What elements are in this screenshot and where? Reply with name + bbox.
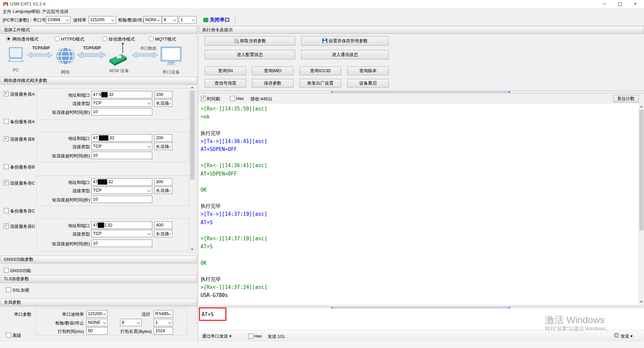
command-button[interactable]: 查询ICCID (300, 66, 341, 75)
server-port-input[interactable]: 400 (154, 221, 172, 229)
server-port-input[interactable]: 200 (154, 134, 172, 142)
node-label-pc: PC (13, 67, 19, 72)
backup-server-checkbox[interactable] (4, 119, 9, 124)
connection-type-select[interactable]: TCP (91, 143, 152, 150)
scroll-down-icon[interactable] (639, 299, 644, 304)
windows-activation-watermark-sub: 转到"设置"以激活 Windows。 (545, 326, 611, 332)
server-enable-checkbox[interactable] (4, 223, 9, 229)
scrollbar-thumb[interactable] (639, 110, 644, 231)
databits-select[interactable]: 8 (162, 16, 178, 23)
send-button[interactable]: 发送 ▾ (621, 333, 633, 339)
timestamp-checkbox[interactable] (201, 96, 206, 101)
keepalive-select[interactable]: 长连接 (154, 143, 172, 150)
keepalive-select[interactable]: 长连接 (154, 230, 172, 237)
command-button[interactable]: 进入通讯状态 (301, 50, 389, 59)
log-line: AT+S (201, 244, 637, 252)
maximize-icon (618, 2, 622, 6)
reset-count-button[interactable]: 复位计数 (613, 95, 639, 102)
log-line (201, 268, 637, 276)
send-hex-checkbox[interactable] (248, 334, 253, 339)
server-field-input[interactable]: 10 (91, 152, 152, 159)
menu-item-file[interactable]: 文件 (3, 9, 11, 15)
connection-type-select[interactable]: TCP (91, 187, 152, 194)
scroll-up-icon[interactable] (190, 85, 195, 90)
command-button[interactable]: 查询SN (205, 66, 246, 75)
stopbits-select[interactable]: 1 (179, 16, 197, 23)
server-port-input[interactable]: 100 (154, 91, 172, 98)
log-line: >[Rx<-][14:36:41][asc] (201, 162, 637, 170)
serial-stopbits-select[interactable]: 1 (154, 319, 173, 326)
log-output[interactable]: >[Rx<-][14:35:59][asc]+ok 执行完毕>[Tx->][14… (199, 104, 639, 305)
serial-databits-select[interactable]: 8 (120, 319, 142, 326)
log-line: >[Tx->][14:37:19][asc] (201, 211, 637, 219)
command-button[interactable]: 查询版本 (347, 66, 389, 75)
window-title: USR-CAT1 V1.2.4 (10, 1, 45, 6)
backup-server-label: 备份服务器C (10, 208, 35, 214)
ssl-checkbox[interactable] (6, 287, 11, 292)
maximize-button[interactable] (612, 0, 628, 8)
command-button[interactable]: 查询IMEI (252, 66, 293, 75)
server-field-input[interactable]: 47.███.32 (91, 134, 152, 142)
pack-length-input[interactable]: 1024 (154, 327, 173, 335)
com-port-select[interactable]: COM4 (46, 16, 70, 23)
close-button[interactable]: × (628, 0, 643, 8)
work-mode-radio[interactable] (6, 36, 11, 41)
command-button[interactable]: 保存参数 (252, 79, 293, 88)
server-field-input[interactable]: 10 (91, 108, 152, 115)
minimize-button[interactable] (597, 0, 612, 8)
scroll-up-icon[interactable] (639, 104, 644, 109)
close-port-button[interactable]: 关闭串口 (210, 17, 230, 23)
server-field-input[interactable]: 10 (91, 196, 152, 203)
backup-server-label: 备份服务器B (10, 164, 35, 170)
keepalive-select[interactable]: 长连接 (154, 187, 172, 194)
work-mode-radio[interactable] (149, 36, 154, 41)
scroll-down-icon[interactable] (190, 247, 195, 252)
log-line: AT+SDPEN=OFF (201, 146, 637, 154)
scrollbar-thumb[interactable] (190, 91, 195, 180)
server-enable-label: 连接服务器A (10, 91, 35, 97)
command-button[interactable]: 获取当前参数 (205, 36, 295, 46)
flow-control-select[interactable]: RS485 (154, 310, 173, 317)
gnss-checkbox[interactable] (4, 268, 9, 273)
command-button[interactable]: 恢复出厂设置 (300, 79, 341, 88)
command-button[interactable]: 查信号强度 (205, 79, 246, 88)
link-label: 串口数据 (140, 46, 156, 51)
server-enable-checkbox[interactable] (4, 136, 9, 141)
global-params-header: 全局参数 (1, 299, 197, 306)
command-button[interactable]: 设置并保存所有参数 (301, 36, 389, 46)
backup-server-checkbox[interactable] (4, 208, 9, 213)
command-button[interactable]: 进入配置状态 (205, 50, 295, 59)
send-via-dropdown[interactable]: 通过串口发送 ▾ (202, 333, 231, 339)
parity-select[interactable]: NONI (144, 16, 162, 23)
connection-type-select[interactable]: TCP (91, 99, 152, 107)
log-scrollbar[interactable] (639, 104, 644, 305)
server-field-input[interactable]: 10 (91, 240, 152, 247)
advanced-checkbox[interactable] (6, 333, 11, 338)
chevron-down-icon (103, 321, 106, 324)
pack-time-input[interactable]: 50 (86, 327, 108, 335)
backup-server-checkbox[interactable] (4, 164, 9, 169)
log-splitter[interactable] (199, 91, 644, 93)
baud-select[interactable]: 115200 (89, 16, 116, 23)
server-field-label: 连接类型 (40, 144, 90, 150)
menu-item-language[interactable]: Language (13, 9, 32, 14)
menu-item-product-model[interactable]: 产品型号选择 (42, 9, 68, 15)
server-field-input[interactable]: 47.9██.32 (91, 91, 152, 98)
serial-params-label: 串口参数 (14, 311, 32, 317)
server-area-scrollbar[interactable] (190, 85, 196, 253)
connection-type-select[interactable]: TCP (91, 230, 152, 237)
server-port-input[interactable]: 300 (154, 178, 172, 186)
keepalive-select[interactable]: 长连接 (154, 99, 172, 107)
server-enable-checkbox[interactable] (4, 180, 9, 185)
work-mode-radio[interactable] (55, 36, 60, 41)
menu-item-help[interactable]: 帮助 (32, 9, 40, 15)
serial-parity-select[interactable]: NONE (86, 319, 108, 326)
save-icon (322, 38, 327, 43)
server-enable-checkbox[interactable] (4, 91, 9, 96)
serial-baud-select[interactable]: 115200 (86, 310, 108, 317)
work-mode-radio[interactable] (102, 36, 107, 41)
server-field-input[interactable]: 47██2.32 (91, 221, 152, 229)
command-button[interactable]: 设备重启 (347, 79, 389, 88)
server-field-input[interactable]: 47███.32 (91, 178, 152, 186)
log-hex-checkbox[interactable] (230, 96, 235, 101)
